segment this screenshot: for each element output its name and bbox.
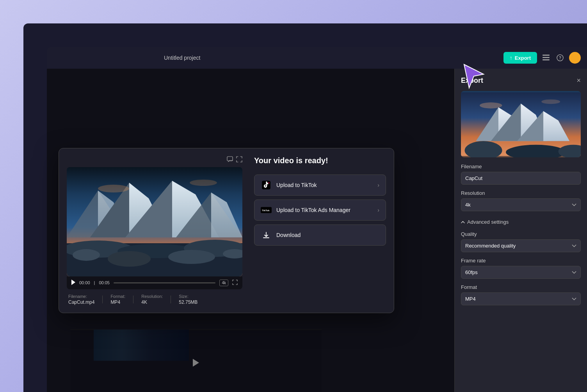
export-panel-header: Export ×	[461, 77, 581, 85]
framerate-label: Frame rate	[461, 258, 581, 264]
divider-3	[171, 296, 171, 303]
expand-button[interactable]	[236, 156, 242, 164]
video-ready-title: Your video is ready!	[254, 156, 386, 165]
file-info-format-label: Format:	[110, 294, 125, 299]
export-preview-thumbnail	[461, 91, 581, 157]
filename-input[interactable]	[461, 172, 581, 185]
file-info-row: Filename: CapCut.mp4 Format: MP4 Resolut…	[67, 294, 242, 305]
time-separator: |	[94, 280, 95, 285]
project-title: Untitled project	[164, 55, 200, 61]
video-play-button[interactable]	[71, 280, 75, 286]
svg-point-17	[541, 100, 560, 104]
filename-group: Filename	[461, 164, 581, 185]
svg-point-33	[108, 251, 151, 267]
app-window: Untitled project ↑ Export ?	[23, 23, 587, 392]
svg-text:TikTok: TikTok	[262, 209, 270, 212]
chevron-up-icon	[461, 221, 465, 223]
video-frame	[67, 167, 242, 276]
resolution-label: Resolution	[461, 190, 581, 196]
export-button[interactable]: ↑ Export	[503, 52, 537, 64]
export-panel: Export ×	[454, 69, 587, 392]
svg-rect-0	[543, 55, 550, 56]
file-info-format: Format: MP4	[110, 294, 125, 305]
file-info-size-value: 52.75MB	[179, 299, 197, 305]
modal-inner: 00:00 | 00:05 4k	[59, 148, 394, 313]
file-info-filename: Filename: CapCut.mp4	[68, 294, 94, 305]
progress-bar[interactable]	[114, 282, 216, 283]
svg-text:?: ?	[559, 56, 561, 60]
file-info-format-value: MP4	[110, 299, 125, 305]
video-controls-bar: 00:00 | 00:05 4k	[67, 276, 242, 289]
close-icon: ×	[576, 77, 581, 84]
export-panel-close[interactable]: ×	[576, 77, 581, 85]
resolution-select[interactable]: 4k 2k 1080p 720p	[461, 198, 581, 211]
upload-tiktok-ads-label: Upload to TikTok Ads Manager	[276, 207, 373, 213]
file-info-resolution-label: Resolution:	[141, 294, 163, 299]
filename-label: Filename	[461, 164, 581, 169]
framerate-group: Frame rate 60fps 30fps 24fps	[461, 258, 581, 279]
chevron-right-icon-2: ›	[377, 207, 379, 213]
svg-rect-1	[543, 57, 550, 58]
svg-rect-2	[543, 59, 550, 61]
download-icon	[261, 230, 272, 241]
total-time: 00:05	[99, 280, 110, 285]
comment-button[interactable]	[227, 156, 233, 164]
layers-button[interactable]	[541, 53, 551, 62]
quality-badge: 4k	[219, 280, 228, 286]
file-info-filename-label: Filename:	[68, 294, 94, 299]
modal-overlay: 00:00 | 00:05 4k	[47, 69, 454, 392]
format-label: Format	[461, 284, 581, 290]
download-button[interactable]: Download	[254, 225, 386, 246]
divider-1	[102, 296, 103, 303]
export-button-label: Export	[515, 55, 531, 61]
format-select[interactable]: MP4 MOV AVI	[461, 292, 581, 305]
svg-marker-38	[71, 280, 75, 285]
tiktok-icon	[261, 180, 272, 191]
format-group: Format MP4 MOV AVI	[461, 284, 581, 305]
modal-actions: Your video is ready! Upload to TikTok	[254, 156, 386, 246]
advanced-settings-label: Advanced settings	[467, 219, 509, 225]
video-preview-area: 00:00 | 00:05 4k	[67, 156, 242, 305]
fullscreen-button[interactable]	[232, 280, 238, 286]
video-preview-controls-top	[67, 156, 242, 164]
svg-point-16	[480, 102, 502, 108]
file-info-resolution: Resolution: 4K	[141, 294, 163, 305]
download-label: Download	[276, 232, 379, 238]
top-bar-actions: ↑ Export ?	[503, 52, 581, 64]
upload-tiktok-button[interactable]: Upload to TikTok ›	[254, 175, 386, 196]
quality-select[interactable]: Recommended quality Better quality Best …	[461, 239, 581, 252]
file-info-size-label: Size:	[179, 294, 197, 299]
svg-point-36	[98, 185, 129, 192]
upload-icon: ↑	[510, 55, 512, 61]
svg-rect-18	[227, 157, 233, 161]
framerate-select[interactable]: 60fps 30fps 24fps	[461, 266, 581, 279]
quality-group: Quality Recommended quality Better quali…	[461, 231, 581, 252]
divider-2	[133, 296, 133, 303]
advanced-settings-toggle[interactable]: Advanced settings	[461, 217, 581, 227]
resolution-group: Resolution 4k 2k 1080p 720p	[461, 190, 581, 211]
quality-label: Quality	[461, 231, 581, 237]
svg-point-37	[190, 180, 217, 186]
chevron-right-icon-1: ›	[377, 182, 379, 188]
upload-tiktok-label: Upload to TikTok	[276, 182, 373, 188]
help-button[interactable]: ?	[555, 53, 565, 63]
svg-point-34	[168, 250, 215, 264]
file-info-size: Size: 52.75MB	[179, 294, 197, 305]
file-info-filename-value: CapCut.mp4	[68, 299, 94, 305]
top-bar: Untitled project ↑ Export ?	[47, 47, 587, 69]
tiktok-ads-icon: TikTok	[261, 205, 272, 216]
video-ready-modal: 00:00 | 00:05 4k	[59, 148, 394, 313]
current-time: 00:00	[79, 280, 90, 285]
upload-tiktok-ads-button[interactable]: TikTok Upload to TikTok Ads Manager ›	[254, 200, 386, 221]
file-info-resolution-value: 4K	[141, 299, 163, 305]
export-panel-title: Export	[461, 77, 483, 85]
svg-point-32	[73, 249, 100, 261]
user-avatar[interactable]	[569, 52, 581, 64]
